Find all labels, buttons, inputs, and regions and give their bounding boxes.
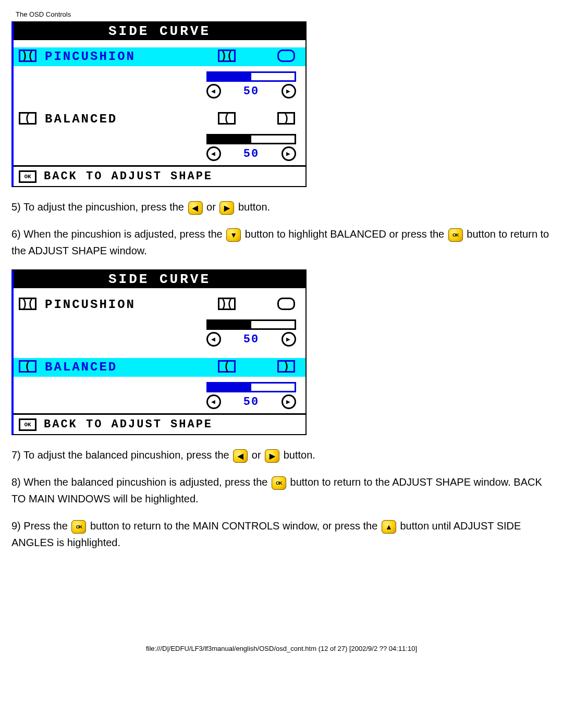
- text: 9) Press the: [11, 520, 70, 532]
- balanced-left-icon: (: [19, 112, 36, 125]
- right-button-icon: ▶: [265, 449, 279, 463]
- ok-button-icon: OK: [71, 520, 86, 534]
- pincushion-icon: )(: [19, 298, 36, 310]
- ok-icon: OK: [19, 170, 36, 183]
- osd-item-balanced: ( BALANCED ( ): [14, 358, 305, 377]
- osd-item-pincushion: )( PINCUSHION )(: [14, 47, 305, 66]
- step-7: 7) To adjust the balanced pincushion, pr…: [11, 447, 552, 463]
- slider-value: 50: [243, 147, 259, 161]
- slider-track: [206, 319, 296, 330]
- osd-title: SIDE CURVE: [14, 22, 305, 40]
- slider-row: ◀ 50 ▶: [14, 377, 305, 413]
- left-arrow-icon: ◀: [206, 146, 221, 161]
- page-header: The OSD Controls: [16, 10, 552, 18]
- osd-panel-2: SIDE CURVE )( PINCUSHION )( ◀ 50 ▶ (: [11, 269, 307, 435]
- slider-row: ◀ 50 ▶: [14, 314, 305, 351]
- text: or: [252, 449, 264, 461]
- right-arrow-icon: ▶: [282, 394, 296, 409]
- back-label: BACK TO ADJUST SHAPE: [44, 418, 213, 431]
- right-arrow-icon: ▶: [282, 84, 296, 98]
- pincushion-in-icon: )(: [218, 50, 236, 62]
- barrel-icon: [277, 50, 295, 62]
- step-5: 5) To adjust the pincushion, press the ◀…: [11, 199, 552, 215]
- osd-item-balanced: ( BALANCED ( ): [14, 110, 305, 129]
- ok-icon: OK: [19, 418, 36, 431]
- osd-item-pincushion: )( PINCUSHION )(: [14, 295, 305, 314]
- step-6: 6) When the pincushion is adjusted, pres…: [11, 226, 552, 259]
- right-arrow-icon: ▶: [282, 146, 296, 161]
- text: button to return to the MAIN CONTROLS wi…: [90, 520, 381, 532]
- barrel-icon: [277, 298, 295, 310]
- osd-item-label: PINCUSHION: [45, 298, 218, 312]
- back-label: BACK TO ADJUST SHAPE: [44, 170, 213, 183]
- left-button-icon: ◀: [188, 201, 203, 215]
- right-arrow-icon: ▶: [282, 332, 296, 347]
- osd-item-label: BALANCED: [45, 360, 218, 374]
- text: button.: [238, 201, 270, 213]
- balanced-l-icon: (: [218, 112, 236, 125]
- osd-item-label: BALANCED: [45, 112, 218, 126]
- left-arrow-icon: ◀: [206, 84, 221, 98]
- osd-panel-1: SIDE CURVE )( PINCUSHION )( ◀ 50 ▶ (: [11, 21, 307, 187]
- slider-row: ◀ 50 ▶: [14, 66, 305, 103]
- text: 5) To adjust the pincushion, press the: [11, 201, 187, 213]
- text: 7) To adjust the balanced pincushion, pr…: [11, 449, 232, 461]
- ok-button-icon: OK: [272, 476, 286, 490]
- slider-row: ◀ 50 ▶: [14, 129, 305, 165]
- down-button-icon: ▼: [226, 228, 241, 242]
- balanced-l-icon: (: [218, 360, 236, 373]
- left-arrow-icon: ◀: [206, 332, 221, 347]
- text: 6) When the pincushion is adjusted, pres…: [11, 228, 225, 240]
- slider-value: 50: [243, 85, 259, 98]
- page-footer: file:///D|/EDFU/LF3/lf3manual/english/OS…: [11, 645, 552, 652]
- slider-track: [206, 134, 296, 144]
- balanced-r-icon: ): [277, 360, 295, 373]
- slider-value: 50: [243, 333, 259, 346]
- text: 8) When the balanced pincushion is adjus…: [11, 476, 271, 488]
- balanced-r-icon: ): [277, 112, 295, 125]
- slider-track: [206, 382, 296, 392]
- ok-button-icon: OK: [448, 228, 463, 242]
- osd-title: SIDE CURVE: [14, 270, 305, 288]
- up-button-icon: ▲: [382, 520, 396, 534]
- slider-value: 50: [243, 396, 259, 409]
- step-9: 9) Press the OK button to return to the …: [11, 517, 552, 551]
- text: button to highlight BALANCED or press th…: [245, 228, 447, 240]
- slider-track: [206, 71, 296, 82]
- osd-item-label: PINCUSHION: [45, 50, 218, 64]
- pincushion-in-icon: )(: [218, 298, 236, 310]
- text: or: [206, 201, 218, 213]
- balanced-left-icon: (: [19, 360, 36, 373]
- left-button-icon: ◀: [233, 449, 248, 463]
- left-arrow-icon: ◀: [206, 394, 221, 409]
- text: button.: [284, 449, 315, 461]
- step-8: 8) When the balanced pincushion is adjus…: [11, 474, 552, 507]
- osd-back-row: OK BACK TO ADJUST SHAPE: [14, 415, 305, 434]
- right-button-icon: ▶: [219, 201, 234, 215]
- pincushion-icon: )(: [19, 50, 36, 62]
- osd-back-row: OK BACK TO ADJUST SHAPE: [14, 167, 305, 186]
